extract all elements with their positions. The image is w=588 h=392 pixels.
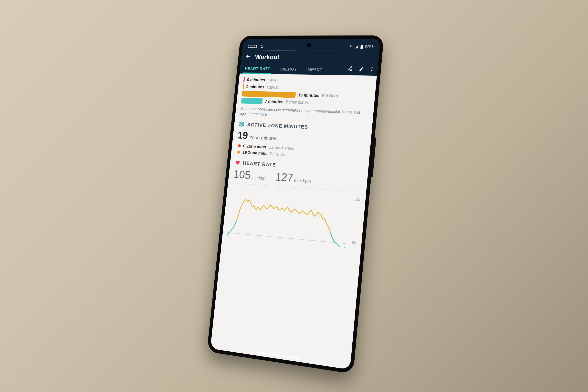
share-button[interactable]	[347, 66, 353, 73]
active-zone-total-num: 19	[237, 129, 248, 141]
back-button[interactable]	[245, 54, 251, 60]
status-time: 11:11	[248, 44, 258, 49]
svg-line-8	[227, 233, 346, 244]
tab-bar: HEART RATE ENERGY IMPACT	[240, 60, 378, 76]
zone-bars: 0 minutes Peak 0 minutes Cardio 19 minut…	[241, 77, 372, 107]
zone-bar-peak	[243, 77, 245, 82]
heart-rate-heading: HEART RATE	[242, 160, 276, 168]
active-zone-legend: 0 Zone mins Cardio & Peak 19 Zone mins F…	[236, 143, 365, 162]
zone-value-fat: 19 minutes	[298, 93, 320, 98]
legend-lab-0: Cardio & Peak	[268, 145, 294, 151]
avg-bpm-num: 105	[233, 168, 251, 181]
zone-row-cardio: 0 minutes Cardio	[242, 84, 371, 92]
content-area: 0 minutes Peak 0 minutes Cardio 19 minut…	[210, 74, 377, 370]
zone-value-peak: 0 minutes	[247, 78, 266, 82]
active-zone-icon	[238, 121, 245, 128]
tab-heart-rate[interactable]: HEART RATE	[240, 64, 276, 74]
legend-val-0: 0 Zone mins	[243, 144, 266, 150]
app-notification-icon	[260, 44, 264, 48]
app-bar: Workout	[241, 50, 379, 62]
zone-bar-below	[241, 98, 263, 104]
overflow-menu-button[interactable]	[371, 66, 373, 73]
max-bpm-num: 127	[275, 170, 294, 184]
svg-point-5	[372, 67, 372, 68]
heart-rate-chart[interactable]: 135 95	[227, 187, 361, 249]
zone-label-cardio: Cardio	[266, 85, 279, 90]
avg-bpm: 105avg bpm	[233, 168, 267, 182]
chart-ylabel-bot: 95	[352, 240, 357, 245]
legend-dot-red	[238, 144, 241, 148]
svg-point-7	[371, 70, 372, 71]
tab-energy[interactable]: ENERGY	[274, 64, 302, 74]
battery-percent: 90%	[365, 44, 374, 50]
zone-label-fat: Fat Burn	[322, 93, 338, 99]
zone-label-below: Below zones	[286, 100, 309, 105]
phone-frame: 11:11 90%	[207, 36, 384, 374]
heart-icon	[234, 159, 240, 166]
zone-row-peak: 0 minutes Peak	[243, 77, 372, 85]
zone-value-below: 7 minutes	[264, 99, 284, 104]
svg-rect-0	[360, 45, 363, 49]
wifi-icon	[348, 45, 353, 49]
zone-value-cardio: 0 minutes	[246, 84, 264, 90]
screen: 11:11 90%	[210, 39, 380, 370]
avg-bpm-label: avg bpm	[251, 175, 267, 181]
cell-signal-icon	[354, 45, 358, 49]
battery-icon	[360, 45, 364, 49]
android-status-bar: 11:11 90%	[242, 39, 380, 51]
svg-point-6	[372, 68, 372, 70]
max-bpm: 127max bpm	[275, 170, 312, 186]
max-bpm-label: max bpm	[294, 178, 311, 184]
chart-ylabel-top: 135	[354, 197, 361, 202]
legend-lab-1: Fat Burn	[270, 151, 286, 157]
personalization-note: Your heart zones are now personalized to…	[240, 106, 368, 121]
zone-bar-fat	[242, 91, 296, 98]
svg-rect-1	[361, 45, 362, 45]
edit-button[interactable]	[359, 66, 365, 73]
page-title: Workout	[254, 53, 374, 62]
zone-label-peak: Peak	[267, 78, 277, 83]
learn-more-link[interactable]: Learn more	[248, 112, 267, 116]
tab-impact[interactable]: IMPACT	[301, 64, 328, 75]
zone-bar-cardio	[242, 84, 244, 90]
svg-point-2	[351, 66, 352, 68]
active-zone-heading: ACTIVE ZONE MINUTES	[247, 122, 308, 130]
legend-dot-orange	[237, 150, 240, 154]
legend-val-1: 19 Zone mins	[242, 150, 268, 156]
active-zone-total-label: zone minutes	[250, 134, 278, 142]
